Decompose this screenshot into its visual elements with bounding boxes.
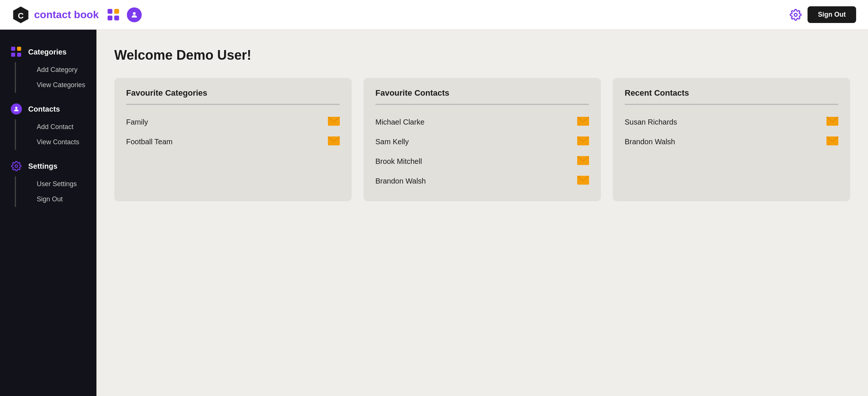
settings-button[interactable] bbox=[790, 9, 802, 21]
contact-susan-label: Susan Richards bbox=[625, 118, 677, 126]
list-item[interactable]: Brook Mitchell bbox=[375, 152, 589, 171]
contacts-label: Contacts bbox=[28, 105, 60, 113]
sidebar-item-view-contacts[interactable]: View Contacts bbox=[37, 135, 96, 150]
grid-icon-button[interactable] bbox=[106, 7, 121, 22]
sidebar-heading-contacts[interactable]: Contacts bbox=[0, 99, 96, 119]
sidebar-heading-settings[interactable]: Settings bbox=[0, 156, 96, 176]
main-content: Welcome Demo User! Favourite Categories … bbox=[96, 30, 868, 396]
card-divider bbox=[625, 104, 838, 105]
sidebar: Categories Add Category View Categories bbox=[0, 30, 96, 396]
header-right: Sign Out bbox=[790, 6, 856, 23]
svg-point-4 bbox=[15, 107, 17, 109]
contacts-submenu: Add Contact View Contacts bbox=[15, 119, 96, 150]
list-item[interactable]: Sam Kelly bbox=[375, 132, 589, 152]
card-divider bbox=[375, 104, 589, 105]
list-item[interactable]: Brandon Walsh bbox=[625, 132, 838, 152]
sidebar-item-add-category[interactable]: Add Category bbox=[37, 62, 96, 77]
categories-label: Categories bbox=[28, 48, 66, 56]
svg-point-2 bbox=[133, 12, 136, 14]
svg-point-3 bbox=[794, 13, 797, 16]
category-football-label: Football Team bbox=[126, 138, 172, 146]
contact-michael-label: Michael Clarke bbox=[375, 118, 424, 126]
svg-point-5 bbox=[15, 165, 18, 168]
sidebar-item-sign-out[interactable]: Sign Out bbox=[37, 192, 96, 207]
sidebar-item-user-settings[interactable]: User Settings bbox=[37, 176, 96, 192]
user-avatar-icon bbox=[127, 7, 142, 22]
welcome-title: Welcome Demo User! bbox=[114, 47, 850, 63]
logo-text: contact book bbox=[34, 9, 99, 21]
list-item[interactable]: Brandon Walsh bbox=[375, 171, 589, 191]
contacts-user-icon bbox=[10, 103, 22, 115]
envelope-icon bbox=[577, 156, 589, 167]
sign-out-button[interactable]: Sign Out bbox=[808, 6, 856, 23]
envelope-icon bbox=[826, 136, 838, 147]
contact-brandon-recent-label: Brandon Walsh bbox=[625, 138, 675, 146]
recent-contacts-title: Recent Contacts bbox=[625, 88, 838, 98]
categories-submenu: Add Category View Categories bbox=[15, 62, 96, 93]
envelope-icon bbox=[826, 117, 838, 128]
envelope-icon bbox=[328, 117, 340, 128]
sidebar-section-contacts: Contacts Add Contact View Contacts bbox=[0, 99, 96, 150]
categories-grid-icon bbox=[10, 46, 22, 58]
settings-gear-icon bbox=[10, 160, 22, 172]
favourite-contacts-card: Favourite Contacts Michael Clarke Sam Ke… bbox=[364, 78, 601, 201]
list-item[interactable]: Michael Clarke bbox=[375, 112, 589, 132]
card-divider bbox=[126, 104, 340, 105]
svg-text:C: C bbox=[18, 11, 24, 20]
envelope-icon bbox=[328, 136, 340, 147]
contact-sam-label: Sam Kelly bbox=[375, 138, 409, 146]
envelope-icon bbox=[577, 176, 589, 187]
header: C contact book bbox=[0, 0, 868, 30]
favourite-categories-title: Favourite Categories bbox=[126, 88, 340, 98]
category-family-label: Family bbox=[126, 118, 148, 126]
list-item[interactable]: Family bbox=[126, 112, 340, 132]
settings-label: Settings bbox=[28, 162, 57, 171]
favourite-contacts-title: Favourite Contacts bbox=[375, 88, 589, 98]
list-item[interactable]: Susan Richards bbox=[625, 112, 838, 132]
list-item[interactable]: Football Team bbox=[126, 132, 340, 152]
settings-submenu: User Settings Sign Out bbox=[15, 176, 96, 207]
contact-brook-label: Brook Mitchell bbox=[375, 157, 422, 166]
app-layout: Categories Add Category View Categories bbox=[0, 30, 868, 396]
user-icon-button[interactable] bbox=[125, 6, 143, 24]
recent-contacts-card: Recent Contacts Susan Richards Brandon W… bbox=[613, 78, 850, 201]
grid-dots-icon bbox=[108, 9, 119, 21]
cards-row: Favourite Categories Family Football Tea… bbox=[114, 78, 850, 201]
sidebar-heading-categories[interactable]: Categories bbox=[0, 42, 96, 62]
header-nav-icons bbox=[106, 6, 143, 24]
logo-icon: C bbox=[12, 6, 30, 24]
sidebar-item-view-categories[interactable]: View Categories bbox=[37, 77, 96, 93]
header-left: C contact book bbox=[12, 6, 790, 24]
envelope-icon bbox=[577, 117, 589, 128]
envelope-icon bbox=[577, 136, 589, 147]
contact-brandon-label: Brandon Walsh bbox=[375, 177, 426, 185]
sidebar-section-categories: Categories Add Category View Categories bbox=[0, 42, 96, 93]
sidebar-item-add-contact[interactable]: Add Contact bbox=[37, 119, 96, 135]
favourite-categories-card: Favourite Categories Family Football Tea… bbox=[114, 78, 352, 201]
sidebar-section-settings: Settings User Settings Sign Out bbox=[0, 156, 96, 207]
